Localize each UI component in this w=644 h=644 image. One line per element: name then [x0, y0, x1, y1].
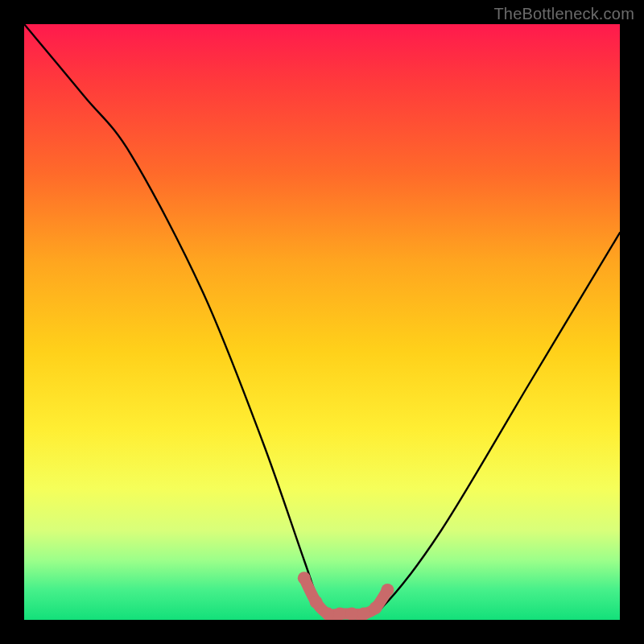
- optimal-range-dot: [321, 608, 334, 620]
- curve-svg: [24, 24, 620, 620]
- optimal-range-dot: [298, 572, 311, 584]
- optimal-range-marker: [298, 572, 394, 620]
- optimal-range-dot: [310, 596, 323, 609]
- optimal-range-dot: [381, 584, 394, 597]
- optimal-range-dot: [345, 608, 358, 620]
- optimal-range-dot: [369, 601, 382, 614]
- optimal-range-dot: [333, 608, 346, 620]
- chart-frame: TheBottleneck.com: [0, 0, 644, 644]
- watermark-text: TheBottleneck.com: [493, 5, 634, 23]
- plot-area: [24, 24, 620, 620]
- optimal-range-dot: [357, 608, 370, 620]
- bottleneck-curve: [24, 24, 620, 616]
